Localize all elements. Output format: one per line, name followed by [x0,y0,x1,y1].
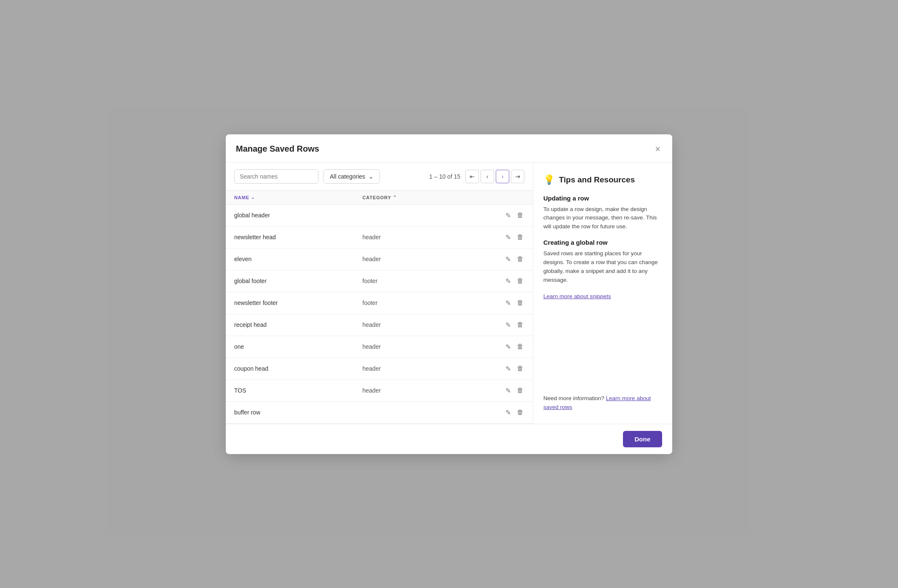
delete-button[interactable]: 🗑 [516,276,524,286]
category-sort-icon: ⌃ [393,195,397,200]
toolbar: All categories ⌄ 1 – 10 of 15 ⇤ ‹ › ⇥ [226,163,533,191]
row-name: coupon head [234,365,363,372]
tips-section-1: Updating a row To update a row design, m… [543,195,662,239]
row-category: header [363,234,491,241]
tips-section-2: Creating a global row Saved rows are sta… [543,239,662,300]
row-actions: ✎ 🗑 [491,386,524,396]
row-category: footer [363,299,491,306]
row-name: global footer [234,278,363,284]
delete-button[interactable]: 🗑 [516,342,524,351]
row-actions: ✎ 🗑 [491,298,524,308]
actions-column-header [491,195,524,200]
row-name: eleven [234,256,363,262]
delete-button[interactable]: 🗑 [516,364,524,373]
row-category: header [363,343,491,350]
delete-button[interactable]: 🗑 [516,408,524,417]
name-sort-icon: ⌄ [251,195,255,200]
row-actions: ✎ 🗑 [491,276,524,286]
tips-title: Tips and Resources [559,175,635,184]
table-row: eleven header ✎ 🗑 [226,249,533,270]
row-category: header [363,365,491,372]
row-name: newsletter head [234,234,363,241]
row-actions: ✎ 🗑 [491,320,524,330]
row-actions: ✎ 🗑 [491,342,524,352]
delete-button[interactable]: 🗑 [516,254,524,264]
table-rows: global header ✎ 🗑 newsletter head header… [226,205,533,424]
row-actions: ✎ 🗑 [491,408,524,417]
lightbulb-icon: 💡 [543,174,555,185]
table-row: newsletter head header ✎ 🗑 [226,227,533,249]
search-input[interactable] [234,169,318,184]
table-row: coupon head header ✎ 🗑 [226,358,533,380]
tips-header: 💡 Tips and Resources [543,174,662,185]
row-actions: ✎ 🗑 [491,254,524,264]
edit-button[interactable]: ✎ [505,233,512,242]
done-button[interactable]: Done [623,431,663,447]
category-column-header[interactable]: CATEGORY ⌃ [363,195,491,200]
delete-button[interactable]: 🗑 [516,320,524,329]
edit-button[interactable]: ✎ [505,386,512,396]
name-column-header[interactable]: NAME ⌄ [234,195,363,200]
modal-overlay: Manage Saved Rows × All categories ⌄ 1 –… [0,0,898,588]
modal: Manage Saved Rows × All categories ⌄ 1 –… [226,134,672,454]
row-category: header [363,387,491,394]
row-name: newsletter footer [234,299,363,306]
table-row: receipt head header ✎ 🗑 [226,314,533,336]
row-name: receipt head [234,321,363,328]
row-name: global header [234,212,363,219]
table-row: buffer row ✎ 🗑 [226,402,533,424]
delete-button[interactable]: 🗑 [516,298,524,307]
table-row: global footer footer ✎ 🗑 [226,270,533,292]
next-page-button[interactable]: › [496,170,509,183]
right-panel: 💡 Tips and Resources Updating a row To u… [533,163,672,424]
row-actions: ✎ 🗑 [491,211,524,220]
tips-section-1-text: To update a row design, make the design … [543,205,662,232]
row-actions: ✎ 🗑 [491,364,524,374]
prev-page-button[interactable]: ‹ [481,170,494,183]
pagination-info: 1 – 10 of 15 [429,173,460,180]
category-dropdown[interactable]: All categories ⌄ [323,169,380,184]
modal-body: All categories ⌄ 1 – 10 of 15 ⇤ ‹ › ⇥ NA… [226,163,672,424]
edit-button[interactable]: ✎ [505,320,512,330]
delete-button[interactable]: 🗑 [516,233,524,242]
learn-more-snippets-link[interactable]: Learn more about snippets [543,293,611,299]
edit-button[interactable]: ✎ [505,408,512,417]
first-page-button[interactable]: ⇤ [465,170,479,183]
table-header: NAME ⌄ CATEGORY ⌃ [226,191,533,205]
edit-button[interactable]: ✎ [505,298,512,308]
modal-title: Manage Saved Rows [236,144,319,154]
row-actions: ✎ 🗑 [491,233,524,242]
category-label: All categories [330,173,365,180]
close-button[interactable]: × [653,143,662,155]
tips-section-2-text: Saved rows are starting places for your … [543,249,662,285]
modal-header: Manage Saved Rows × [226,134,672,163]
last-page-button[interactable]: ⇥ [511,170,524,183]
left-panel: All categories ⌄ 1 – 10 of 15 ⇤ ‹ › ⇥ NA… [226,163,533,424]
row-category: header [363,256,491,262]
delete-button[interactable]: 🗑 [516,211,524,220]
tips-bottom-text: Need more information? [543,395,604,401]
edit-button[interactable]: ✎ [505,342,512,352]
row-name: buffer row [234,409,363,416]
delete-button[interactable]: 🗑 [516,386,524,395]
edit-button[interactable]: ✎ [505,364,512,374]
modal-footer: Done [226,424,672,454]
row-name: one [234,343,363,350]
edit-button[interactable]: ✎ [505,254,512,264]
chevron-down-icon: ⌄ [369,173,374,180]
table-row: TOS header ✎ 🗑 [226,380,533,402]
row-name: TOS [234,387,363,394]
edit-button[interactable]: ✎ [505,211,512,220]
tips-bottom: Need more information? Learn more about … [543,386,662,412]
table-row: one header ✎ 🗑 [226,336,533,358]
table-row: global header ✎ 🗑 [226,205,533,227]
tips-section-1-title: Updating a row [543,195,662,202]
table-row: newsletter footer footer ✎ 🗑 [226,292,533,314]
row-category: footer [363,278,491,284]
tips-section-2-title: Creating a global row [543,239,662,246]
row-category: header [363,321,491,328]
edit-button[interactable]: ✎ [505,276,512,286]
pagination: 1 – 10 of 15 ⇤ ‹ › ⇥ [429,170,524,183]
